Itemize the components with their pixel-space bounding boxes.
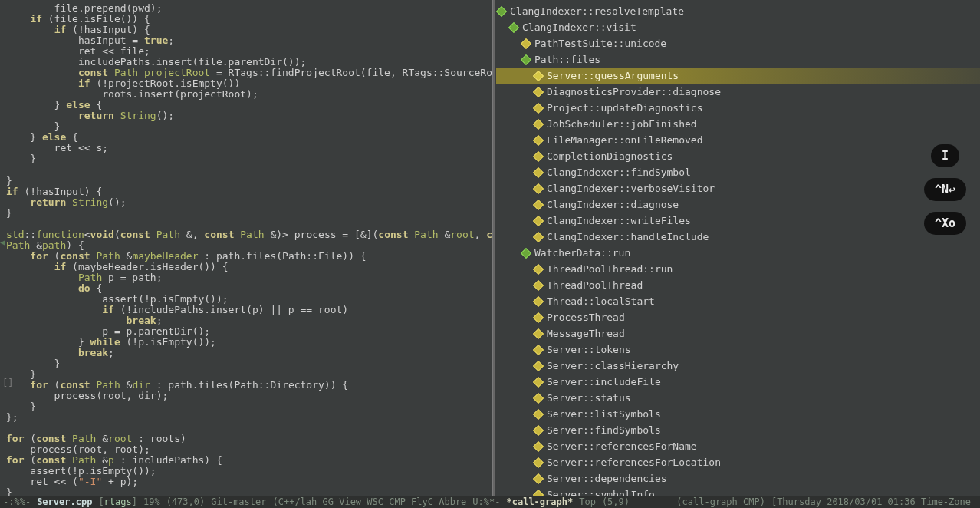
call-graph-label: WatcherData::run xyxy=(534,245,630,261)
call-graph-node[interactable]: Server::status xyxy=(496,390,980,406)
modeline-top: Top xyxy=(579,496,596,507)
keycast-bubble: ^Xo xyxy=(924,212,966,235)
leaf-node-icon[interactable] xyxy=(533,295,544,306)
call-graph-label: ClangIndexer::resolveTemplate xyxy=(510,3,684,19)
call-graph-node[interactable]: Server::referencesForLocation xyxy=(496,454,980,470)
call-graph-node[interactable]: Server::tokens xyxy=(496,341,980,358)
leaf-node-icon[interactable] xyxy=(533,231,544,242)
call-graph-node[interactable]: ClangIndexer::resolveTemplate xyxy=(496,3,980,19)
source-editor[interactable]: ◀ [] file.prepend(pwd); if (file.isFile(… xyxy=(0,0,492,496)
call-graph-node[interactable]: ClangIndexer::verboseVisitor xyxy=(496,180,980,196)
call-graph-label: Thread::localStart xyxy=(547,293,655,309)
call-graph-node[interactable]: Server::symbolInfo xyxy=(496,487,980,496)
leaf-node-icon[interactable] xyxy=(533,360,544,371)
call-graph-label: MessageThread xyxy=(547,325,625,341)
call-graph-node[interactable]: ThreadPoolThread xyxy=(496,277,980,293)
expand-node-icon[interactable] xyxy=(521,54,531,64)
call-graph-label: ThreadPoolThread xyxy=(547,277,643,293)
call-graph-node[interactable]: PathTestSuite::unicode xyxy=(496,35,980,51)
leaf-node-icon[interactable] xyxy=(533,392,544,403)
keycast-bubble: ^N↩ xyxy=(924,178,966,201)
modeline-filename: Server.cpp xyxy=(37,496,92,507)
call-graph-node[interactable]: ClangIndexer::visit xyxy=(496,19,980,35)
call-graph-label: ProcessThread xyxy=(547,309,625,325)
call-graph-node[interactable]: CompletionDiagnostics xyxy=(496,148,980,164)
call-graph-label: Server::referencesForLocation xyxy=(547,454,721,470)
call-graph-label: Server::includeFile xyxy=(547,374,661,390)
call-graph-pane[interactable]: ClangIndexer::resolveTemplateClangIndexe… xyxy=(495,0,980,496)
call-graph-node[interactable]: Server::referencesForName xyxy=(496,438,980,454)
modeline-position: (473,0) xyxy=(166,496,206,507)
leaf-node-icon[interactable] xyxy=(533,489,544,496)
call-graph-node[interactable]: DiagnosticsProvider::diagnose xyxy=(496,84,980,100)
leaf-node-icon[interactable] xyxy=(533,102,544,113)
leaf-node-icon[interactable] xyxy=(533,344,544,355)
call-graph-node[interactable]: Thread::localStart xyxy=(496,293,980,309)
call-graph-label: CompletionDiagnostics xyxy=(547,148,673,164)
call-graph-label: ClangIndexer::visit xyxy=(522,19,636,35)
leaf-node-icon[interactable] xyxy=(533,328,544,338)
call-graph-node[interactable]: Path::files xyxy=(496,51,980,68)
leaf-node-icon[interactable] xyxy=(533,408,544,419)
leaf-node-icon[interactable] xyxy=(533,457,544,467)
call-graph-label: Server::classHierarchy xyxy=(547,358,679,374)
call-graph-label: JobScheduler::jobFinished xyxy=(547,116,697,132)
call-graph-label: Server::listSymbols xyxy=(547,406,661,422)
leaf-node-icon[interactable] xyxy=(533,150,544,161)
call-graph-label: Server::dependencies xyxy=(547,470,667,487)
call-graph-node[interactable]: JobScheduler::jobFinished xyxy=(496,116,980,132)
modeline-modes: (C++/lah GG View WSC CMP FlyC Abbre xyxy=(272,496,466,507)
modeline-rightmodes: (call-graph CMP) xyxy=(676,496,765,507)
call-graph-node[interactable]: Server::listSymbols xyxy=(496,406,980,422)
call-graph-node[interactable]: ClangIndexer::diagnose xyxy=(496,196,980,213)
call-graph-node[interactable]: FileManager::onFileRemoved xyxy=(496,132,980,148)
call-graph-label: Server::symbolInfo xyxy=(547,487,655,496)
leaf-node-icon[interactable] xyxy=(533,199,544,209)
call-graph-label: Server::status xyxy=(547,390,631,406)
call-graph-node[interactable]: ClangIndexer::handleInclude xyxy=(496,229,980,245)
leaf-node-icon[interactable] xyxy=(533,183,544,193)
call-graph-node[interactable]: WatcherData::run xyxy=(496,245,980,261)
leaf-node-icon[interactable] xyxy=(533,312,544,322)
call-graph-label: ThreadPoolThread::run xyxy=(547,261,673,277)
leaf-node-icon[interactable] xyxy=(533,263,544,274)
call-graph-node[interactable]: ClangIndexer::writeFiles xyxy=(496,213,980,229)
modeline-percent: 19% xyxy=(143,496,160,507)
call-graph-node[interactable]: ThreadPoolThread::run xyxy=(496,261,980,277)
expand-node-icon[interactable] xyxy=(496,5,507,16)
keycast-bubble: I xyxy=(931,144,959,167)
call-graph-node[interactable]: Server::dependencies xyxy=(496,470,980,487)
call-graph-node[interactable]: Server::findSymbols xyxy=(496,422,980,438)
leaf-node-icon[interactable] xyxy=(533,279,544,290)
leaf-node-icon[interactable] xyxy=(533,473,544,483)
fringe-bracket-icon: [] xyxy=(2,378,13,388)
call-graph-tree[interactable]: ClangIndexer::resolveTemplateClangIndexe… xyxy=(495,3,980,496)
call-graph-label: Path::files xyxy=(534,51,600,68)
leaf-node-icon[interactable] xyxy=(533,118,544,129)
modeline-project: rtags xyxy=(104,496,132,507)
call-graph-label: Server::referencesForName xyxy=(547,438,697,454)
call-graph-label: DiagnosticsProvider::diagnose xyxy=(547,84,721,100)
leaf-node-icon[interactable] xyxy=(533,376,544,387)
call-graph-node[interactable]: Server::guessArguments xyxy=(496,68,980,84)
call-graph-label: Project::updateDiagnostics xyxy=(547,100,703,116)
expand-node-icon[interactable] xyxy=(508,21,519,32)
call-graph-node[interactable]: Server::includeFile xyxy=(496,374,980,390)
leaf-node-icon[interactable] xyxy=(533,86,544,97)
leaf-node-icon[interactable] xyxy=(533,134,544,145)
leaf-node-icon[interactable] xyxy=(533,167,544,177)
leaf-node-icon[interactable] xyxy=(533,440,544,451)
call-graph-node[interactable]: MessageThread xyxy=(496,325,980,341)
leaf-node-icon[interactable] xyxy=(521,38,531,48)
call-graph-node[interactable]: ClangIndexer::findSymbol xyxy=(496,164,980,180)
leaf-node-icon[interactable] xyxy=(533,424,544,435)
expand-node-icon[interactable] xyxy=(521,247,531,258)
call-graph-node[interactable]: Project::updateDiagnostics xyxy=(496,100,980,116)
call-graph-node[interactable]: ProcessThread xyxy=(496,309,980,325)
code-content[interactable]: file.prepend(pwd); if (file.isFile()) { … xyxy=(6,3,492,496)
leaf-node-icon[interactable] xyxy=(533,70,544,81)
fringe-collapse-icon: ◀ xyxy=(0,238,6,246)
call-graph-label: ClangIndexer::verboseVisitor xyxy=(547,180,715,196)
leaf-node-icon[interactable] xyxy=(533,215,544,226)
call-graph-node[interactable]: Server::classHierarchy xyxy=(496,358,980,374)
